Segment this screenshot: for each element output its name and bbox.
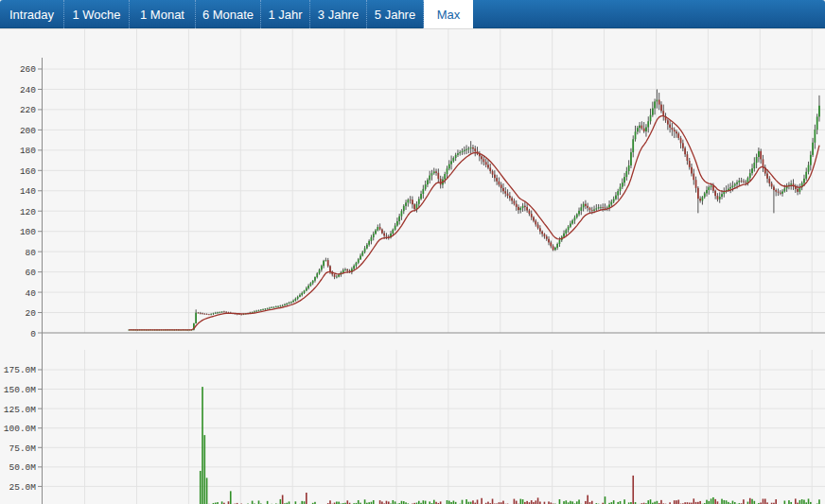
price-axis-label: 180 [20,146,36,156]
price-axis-label: 80 [26,248,37,258]
chart-area: 02040608010012014016018020022024026025.0… [0,28,825,504]
volume-axis-label: 100.0M [4,424,37,434]
price-axis-label: 160 [20,166,36,177]
price-axis-label: 40 [26,288,37,299]
price-axis-label: 120 [20,207,36,217]
volume-axis-label: 175.0M [4,365,37,375]
price-axis-label: 0 [30,329,36,339]
volume-axis-label: 75.0M [9,443,36,454]
price-axis-label: 200 [20,126,36,136]
price-axis-label: 220 [20,105,36,115]
stock-chart-widget: Intraday1 Woche1 Monat6 Monate1 Jahr3 Ja… [0,0,825,504]
volume-axis-label: 125.0M [4,405,37,415]
tab-1-monat[interactable]: 1 Monat [130,0,196,28]
tab-3-jahre[interactable]: 3 Jahre [310,0,367,28]
price-axis-label: 100 [20,227,36,237]
tab-6-monate[interactable]: 6 Monate [196,0,261,28]
chart-canvas: 02040608010012014016018020022024026025.0… [0,28,825,504]
tab-intraday[interactable]: Intraday [0,0,64,28]
price-axis-label: 20 [26,308,37,319]
volume-axis-label: 50.0M [9,462,36,473]
price-axis-label: 140 [20,186,36,197]
price-axis-label: 260 [20,64,36,75]
tab-5-jahre[interactable]: 5 Jahre [367,0,424,28]
tab-max[interactable]: Max [424,0,473,28]
price-axis-label: 240 [20,85,36,96]
price-axis-label: 60 [26,268,37,278]
volume-axis-label: 25.0M [9,482,36,493]
tab-1-jahr[interactable]: 1 Jahr [261,0,310,28]
tab-1-woche[interactable]: 1 Woche [64,0,130,28]
volume-axis-label: 150.0M [4,385,37,395]
timeframe-tabs: Intraday1 Woche1 Monat6 Monate1 Jahr3 Ja… [0,0,825,28]
